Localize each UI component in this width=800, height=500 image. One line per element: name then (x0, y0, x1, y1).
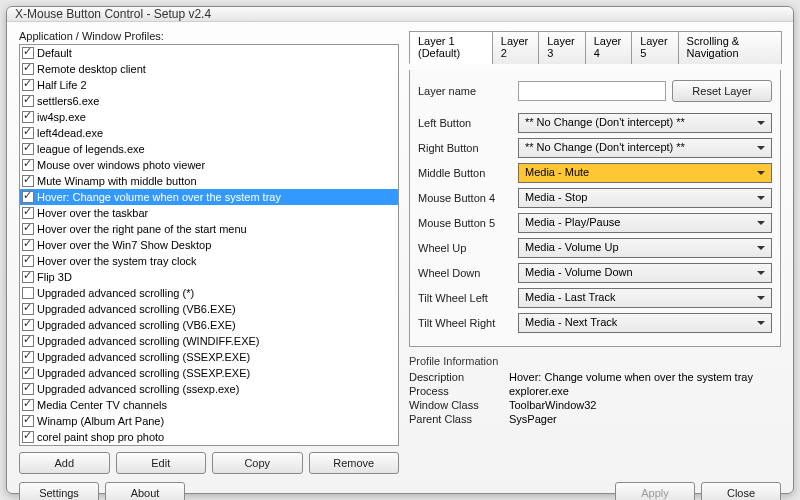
profile-checkbox[interactable] (22, 431, 34, 443)
setup-window: X-Mouse Button Control - Setup v2.4 Appl… (6, 6, 794, 494)
profile-label: Mouse over windows photo viewer (37, 159, 205, 171)
profile-item[interactable]: Upgraded advanced scrolling (SSEXP.EXE) (20, 365, 398, 381)
profile-label: Winamp (Album Art Pane) (37, 415, 164, 427)
profile-checkbox[interactable] (22, 47, 34, 59)
action-label: Tilt Wheel Right (418, 317, 518, 329)
profile-checkbox[interactable] (22, 367, 34, 379)
profile-item[interactable]: Upgraded advanced scrolling (WINDIFF.EXE… (20, 333, 398, 349)
profile-item[interactable]: Hover over the Win7 Show Desktop (20, 237, 398, 253)
profile-item[interactable]: corel paint shop pro photo (20, 429, 398, 445)
action-select[interactable]: Media - Mute (518, 163, 772, 183)
profile-item[interactable]: Hover over the right pane of the start m… (20, 221, 398, 237)
profile-item[interactable]: Mouse over windows photo viewer (20, 157, 398, 173)
layer-tab[interactable]: Layer 4 (585, 31, 632, 64)
layer-tab[interactable]: Layer 1 (Default) (409, 31, 493, 64)
profile-item[interactable]: Upgraded advanced scrolling (VB6.EXE) (20, 317, 398, 333)
profile-checkbox[interactable] (22, 63, 34, 75)
action-select[interactable]: ** No Change (Don't intercept) ** (518, 113, 772, 133)
apply-button[interactable]: Apply (615, 482, 695, 500)
profile-label: league of legends.exe (37, 143, 145, 155)
layer-tabs: Layer 1 (Default)Layer 2Layer 3Layer 4La… (409, 30, 781, 64)
profile-checkbox[interactable] (22, 415, 34, 427)
profile-checkbox[interactable] (22, 191, 34, 203)
profile-item[interactable]: Winamp (Album Art Pane) (20, 413, 398, 429)
action-label: Left Button (418, 117, 518, 129)
profile-checkbox[interactable] (22, 79, 34, 91)
profile-checkbox[interactable] (22, 303, 34, 315)
profile-item[interactable]: Upgraded advanced scrolling (*) (20, 285, 398, 301)
settings-button[interactable]: Settings (19, 482, 99, 500)
profile-checkbox[interactable] (22, 111, 34, 123)
profile-checkbox[interactable] (22, 143, 34, 155)
profile-checkbox[interactable] (22, 95, 34, 107)
action-label: Wheel Down (418, 267, 518, 279)
profile-checkbox[interactable] (22, 287, 34, 299)
profile-label: Default (37, 47, 72, 59)
profile-checkbox[interactable] (22, 127, 34, 139)
action-select[interactable]: Media - Last Track (518, 288, 772, 308)
profile-item[interactable]: Flip 3D (20, 269, 398, 285)
profile-checkbox[interactable] (22, 319, 34, 331)
profile-checkbox[interactable] (22, 239, 34, 251)
profile-checkbox[interactable] (22, 351, 34, 363)
profile-item[interactable]: Hover: Change volume when over the syste… (20, 189, 398, 205)
profile-item[interactable]: Mute Winamp with middle button (20, 173, 398, 189)
profile-item[interactable]: Upgraded advanced scrolling (VB6.EXE) (20, 301, 398, 317)
profile-item[interactable]: Hover over the taskbar (20, 205, 398, 221)
profile-item[interactable]: left4dead.exe (20, 125, 398, 141)
profile-label: Hover: Change volume when over the syste… (37, 191, 281, 203)
reset-layer-button[interactable]: Reset Layer (672, 80, 772, 102)
action-select[interactable]: Media - Next Track (518, 313, 772, 333)
profile-checkbox[interactable] (22, 383, 34, 395)
profile-checkbox[interactable] (22, 255, 34, 267)
profile-item[interactable]: Hover over the system tray clock (20, 253, 398, 269)
remove-button[interactable]: Remove (309, 452, 400, 474)
client-area: Application / Window Profiles: DefaultRe… (7, 22, 793, 500)
about-button[interactable]: About (105, 482, 185, 500)
copy-button[interactable]: Copy (212, 452, 303, 474)
profile-checkbox[interactable] (22, 175, 34, 187)
profile-item[interactable]: Upgraded advanced scrolling (ssexp.exe) (20, 381, 398, 397)
layer-name-label: Layer name (418, 85, 518, 97)
profile-label: Upgraded advanced scrolling (*) (37, 287, 194, 299)
layer-panel: Layer name Reset Layer Left Button** No … (409, 70, 781, 347)
action-select[interactable]: Media - Volume Down (518, 263, 772, 283)
info-key: Parent Class (409, 413, 509, 425)
profile-item[interactable]: Default (20, 45, 398, 61)
close-button[interactable]: Close (701, 482, 781, 500)
profile-checkbox[interactable] (22, 223, 34, 235)
profile-item[interactable]: settlers6.exe (20, 93, 398, 109)
profile-item[interactable]: iw4sp.exe (20, 109, 398, 125)
profile-checkbox[interactable] (22, 207, 34, 219)
layer-tab[interactable]: Layer 3 (538, 31, 585, 64)
add-button[interactable]: Add (19, 452, 110, 474)
profile-item[interactable]: league of legends.exe (20, 141, 398, 157)
profile-item[interactable]: Media Center TV channels (20, 397, 398, 413)
action-select[interactable]: ** No Change (Don't intercept) ** (518, 138, 772, 158)
profiles-list[interactable]: DefaultRemote desktop clientHalf Life 2s… (19, 44, 399, 446)
profile-checkbox[interactable] (22, 335, 34, 347)
profile-label: Flip 3D (37, 271, 72, 283)
profile-item[interactable]: Upgraded advanced scrolling (SSEXP.EXE) (20, 349, 398, 365)
profile-label: Upgraded advanced scrolling (ssexp.exe) (37, 383, 239, 395)
info-key: Window Class (409, 399, 509, 411)
profile-checkbox[interactable] (22, 399, 34, 411)
action-select[interactable]: Media - Play/Pause (518, 213, 772, 233)
layer-name-input[interactable] (518, 81, 666, 101)
profile-label: settlers6.exe (37, 95, 99, 107)
action-select[interactable]: Media - Volume Up (518, 238, 772, 258)
layer-tab[interactable]: Layer 2 (492, 31, 539, 64)
profile-label: Upgraded advanced scrolling (VB6.EXE) (37, 303, 236, 315)
profile-checkbox[interactable] (22, 271, 34, 283)
profile-label: Upgraded advanced scrolling (SSEXP.EXE) (37, 367, 250, 379)
info-value: SysPager (509, 413, 557, 425)
profile-item[interactable]: Remote desktop client (20, 61, 398, 77)
profile-item[interactable]: Half Life 2 (20, 77, 398, 93)
action-select[interactable]: Media - Stop (518, 188, 772, 208)
titlebar[interactable]: X-Mouse Button Control - Setup v2.4 (7, 7, 793, 22)
layer-tab[interactable]: Layer 5 (631, 31, 678, 64)
profile-label: Upgraded advanced scrolling (SSEXP.EXE) (37, 351, 250, 363)
layer-tab[interactable]: Scrolling & Navigation (678, 31, 782, 64)
profile-checkbox[interactable] (22, 159, 34, 171)
edit-button[interactable]: Edit (116, 452, 207, 474)
